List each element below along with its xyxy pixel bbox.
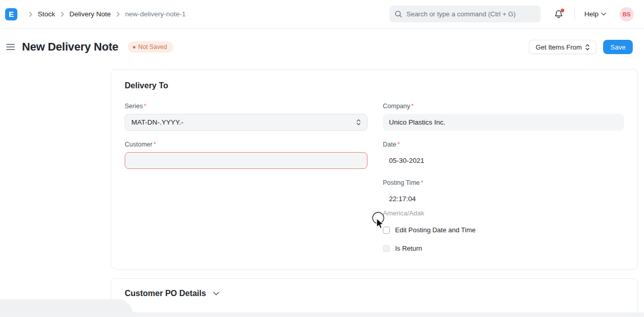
avatar[interactable]: BS [619,7,634,21]
form-column-right: Company* Unico Plastics Inc. Date* 05-30… [383,103,624,252]
form-column-left: Series* MAT-DN-.YYYY.- Customer* [125,103,367,252]
search-icon [395,10,402,18]
breadcrumb-item-current: new-delivery-note-1 [125,10,186,18]
global-search[interactable] [389,6,541,22]
sidebar-toggle-button[interactable] [4,42,17,52]
chevron-down-icon [213,291,219,296]
divider [574,8,575,20]
section-title: Delivery To [125,81,624,90]
delivery-to-section: Delivery To Series* MAT-DN-.YYYY.- Custo… [111,69,638,270]
customer-po-details-toggle[interactable]: Customer PO Details [125,289,624,298]
required-asterisk: * [411,103,414,110]
company-label: Company* [383,103,624,110]
breadcrumb: Stock Delivery Note new-delivery-note-1 [24,10,186,18]
series-label: Series* [125,103,367,110]
chevron-right-icon [29,12,33,17]
customer-field: Customer* [125,141,367,169]
company-field: Company* Unico Plastics Inc. [383,103,624,131]
page-head: New Delivery Note Not Saved Get Items Fr… [0,29,644,62]
required-asterisk: * [144,103,146,110]
edit-posting-date-checkbox[interactable] [383,227,390,234]
search-input[interactable] [406,10,534,18]
section-title: Customer PO Details [125,289,206,298]
posting-time-value[interactable]: 22:17:04 [383,190,624,207]
save-button[interactable]: Save [603,40,633,54]
date-label: Date* [383,141,624,148]
company-input[interactable]: Unico Plastics Inc. [383,114,624,131]
chevron-right-icon [116,12,120,17]
series-field: Series* MAT-DN-.YYYY.- [125,103,367,131]
breadcrumb-item-stock[interactable]: Stock [38,10,55,18]
app-logo-icon[interactable]: E [5,8,17,20]
select-chevrons-icon [356,118,361,126]
required-asterisk: * [153,141,156,148]
date-field: Date* 05-30-2021 [383,141,624,169]
page-title: New Delivery Note [22,40,119,54]
status-badge: Not Saved [128,41,173,53]
notification-dot [561,9,564,12]
required-asterisk: * [397,141,400,148]
edit-posting-date-checkbox-row[interactable]: Edit Posting Date and Time [383,226,624,234]
posting-time-label: Posting Time* [383,179,624,186]
breadcrumb-item-delivery-note[interactable]: Delivery Note [70,10,111,18]
notifications-button[interactable] [554,9,563,19]
chevron-right-icon [60,12,64,17]
customer-po-details-section: Customer PO Details [111,278,638,314]
customer-input[interactable] [125,152,367,169]
select-chevrons-icon [585,44,590,51]
help-label: Help [584,10,599,18]
chevron-down-icon [601,12,606,16]
background-band [0,312,644,317]
is-return-checkbox-row[interactable]: Is Return [383,245,624,252]
required-asterisk: * [421,179,423,186]
customer-label: Customer* [125,141,367,148]
get-items-from-button[interactable]: Get Items From [529,40,596,54]
navbar: E Stock Delivery Note new-delivery-note-… [0,0,644,29]
status-dot-icon [133,46,135,48]
series-select[interactable]: MAT-DN-.YYYY.- [125,114,367,131]
help-menu[interactable]: Help [584,10,606,18]
is-return-checkbox[interactable] [383,245,390,252]
timezone-text: America/Adak [383,209,624,217]
is-return-label: Is Return [395,245,422,252]
posting-time-field: Posting Time* 22:17:04 [383,179,624,207]
date-value[interactable]: 05-30-2021 [383,152,624,169]
edit-posting-date-label: Edit Posting Date and Time [395,226,476,234]
